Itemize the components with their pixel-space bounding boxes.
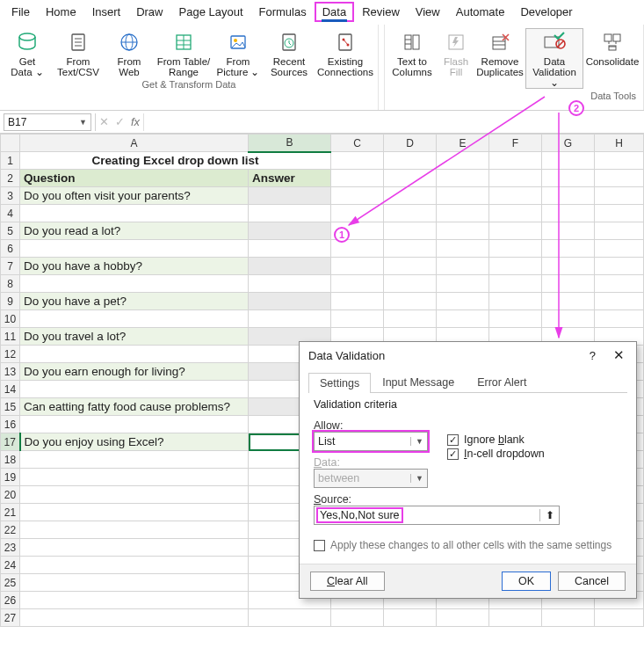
tab-insert[interactable]: Insert	[84, 2, 129, 22]
row-header-26[interactable]: 26	[1, 592, 20, 609]
col-header-A[interactable]: A	[20, 135, 249, 152]
cell[interactable]	[437, 170, 489, 187]
row-header-27[interactable]: 27	[1, 609, 20, 627]
col-header-C[interactable]: C	[331, 135, 384, 152]
cell[interactable]	[489, 170, 542, 187]
row-header-7[interactable]: 7	[1, 258, 20, 275]
cell[interactable]	[20, 486, 249, 504]
dialog-tab-settings[interactable]: Settings	[308, 373, 371, 393]
cell-question[interactable]: Do you read a lot?	[20, 222, 249, 240]
cell[interactable]	[20, 539, 249, 557]
col-header-G[interactable]: G	[542, 135, 595, 152]
cell[interactable]	[384, 275, 437, 293]
cell-question[interactable]	[20, 205, 249, 222]
row-header-25[interactable]: 25	[1, 574, 20, 592]
cell[interactable]	[542, 222, 595, 240]
cell[interactable]	[595, 609, 644, 627]
row-header-17[interactable]: 17	[1, 433, 20, 451]
col-header-E[interactable]: E	[437, 135, 489, 152]
cell-question[interactable]	[20, 310, 249, 328]
row-header-13[interactable]: 13	[1, 363, 20, 381]
cell[interactable]	[489, 258, 542, 275]
dialog-tab-error-alert[interactable]: Error Alert	[466, 372, 538, 392]
cell[interactable]	[595, 187, 644, 205]
remove-duplicates-button[interactable]: Remove Duplicates	[474, 28, 525, 77]
cell[interactable]	[249, 609, 331, 627]
get-data-button[interactable]: Get Data ⌄	[2, 28, 53, 77]
cell[interactable]	[384, 293, 437, 310]
cell[interactable]	[437, 310, 489, 328]
cell[interactable]	[20, 521, 249, 539]
from-picture-button[interactable]: From Picture ⌄	[213, 28, 264, 77]
name-box[interactable]: B17▼	[4, 113, 91, 131]
cell-answer[interactable]	[249, 293, 331, 310]
cell[interactable]	[437, 205, 489, 222]
cell[interactable]	[595, 152, 644, 170]
cell[interactable]	[489, 293, 542, 310]
cell[interactable]	[331, 258, 384, 275]
dialog-tab-input-message[interactable]: Input Message	[371, 372, 466, 392]
cell[interactable]	[20, 574, 249, 592]
row-header-8[interactable]: 8	[1, 275, 20, 293]
cell[interactable]	[542, 240, 595, 258]
row-header-18[interactable]: 18	[1, 451, 20, 469]
cell-question[interactable]: Do you have a hobby?	[20, 258, 249, 275]
cell[interactable]	[437, 293, 489, 310]
cell[interactable]	[489, 240, 542, 258]
cell[interactable]	[542, 170, 595, 187]
existing-connections-button[interactable]: Existing Connections	[315, 28, 376, 77]
row-header-5[interactable]: 5	[1, 222, 20, 240]
cell[interactable]	[331, 275, 384, 293]
row-header-21[interactable]: 21	[1, 504, 20, 521]
cancel-button[interactable]: Cancel	[558, 572, 626, 591]
tab-formulas[interactable]: Formulas	[251, 2, 315, 22]
row-header-16[interactable]: 16	[1, 416, 20, 433]
cell[interactable]	[384, 310, 437, 328]
row-header-23[interactable]: 23	[1, 539, 20, 557]
tab-draw[interactable]: Draw	[128, 2, 170, 22]
cell[interactable]	[595, 222, 644, 240]
cell[interactable]	[331, 609, 384, 627]
header-question[interactable]: Question	[20, 170, 249, 187]
col-header-B[interactable]: B	[249, 135, 331, 152]
cell[interactable]	[542, 258, 595, 275]
cell[interactable]	[542, 152, 595, 170]
cell[interactable]	[595, 240, 644, 258]
cell[interactable]	[331, 205, 384, 222]
fx-icon[interactable]: fx	[127, 115, 143, 128]
row-header-3[interactable]: 3	[1, 187, 20, 205]
ok-button[interactable]: OK	[502, 572, 551, 591]
cell[interactable]	[595, 258, 644, 275]
cell-answer[interactable]	[249, 258, 331, 275]
cell[interactable]	[489, 275, 542, 293]
cell[interactable]	[20, 592, 249, 609]
row-header-12[interactable]: 12	[1, 346, 20, 363]
cell-answer[interactable]	[249, 275, 331, 293]
close-icon[interactable]: ✕	[610, 347, 627, 363]
header-answer[interactable]: Answer	[249, 170, 331, 187]
cell[interactable]	[489, 187, 542, 205]
col-header-H[interactable]: H	[595, 135, 644, 152]
allow-select[interactable]: List▼	[314, 432, 428, 451]
row-header-22[interactable]: 22	[1, 521, 20, 539]
tab-file[interactable]: File	[4, 2, 38, 22]
cell-answer[interactable]	[249, 222, 331, 240]
cell-question[interactable]: Do you earn enough for living?	[20, 363, 249, 381]
cell-question[interactable]: Do you often visit your parents?	[20, 187, 249, 205]
flash-fill-button[interactable]: Flash Fill	[438, 28, 474, 77]
cell[interactable]	[437, 240, 489, 258]
cell[interactable]	[595, 310, 644, 328]
cell-question[interactable]	[20, 275, 249, 293]
cell-question[interactable]: Do you have a pet?	[20, 293, 249, 310]
formula-bar[interactable]	[143, 113, 644, 131]
cell[interactable]	[331, 170, 384, 187]
cell-question[interactable]	[20, 346, 249, 363]
tab-review[interactable]: Review	[354, 2, 408, 22]
from-web-button[interactable]: From Web	[104, 28, 155, 77]
cell[interactable]	[384, 152, 437, 170]
row-header-19[interactable]: 19	[1, 469, 20, 486]
row-header-15[interactable]: 15	[1, 398, 20, 416]
cell-question[interactable]: Do you enjoy using Excel?	[20, 433, 249, 451]
row-header-24[interactable]: 24	[1, 557, 20, 574]
tab-automate[interactable]: Automate	[448, 2, 513, 22]
